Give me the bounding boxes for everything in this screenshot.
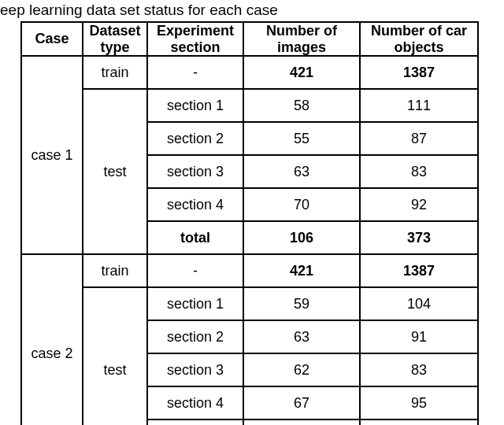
col-header-experiment: Experiment section [147,22,243,56]
table-row: test section 1 59 104 [21,287,478,320]
cell-num-images: 421 [243,254,360,287]
table-caption: eep learning data set status for each ca… [0,2,504,19]
cell-experiment-section: section 4 [147,188,243,221]
cell-num-objects: 111 [360,89,478,122]
cell-num-images: 67 [243,386,360,419]
table-row: case 1 train - 421 1387 [21,56,478,89]
table-row: case 2 train - 421 1387 [21,254,478,287]
cell-num-objects: 373 [360,419,478,425]
cell-num-objects: 87 [360,122,478,155]
col-header-dataset-type: Dataset type [83,22,147,56]
cell-experiment-section: section 4 [147,386,243,419]
cell-num-objects: 1387 [360,56,478,89]
cell-dataset-type: test [83,89,147,254]
col-header-num-images: Number of images [243,22,360,56]
cell-num-images: 106 [243,419,360,425]
cell-num-images: 106 [243,221,360,254]
cell-num-objects: 83 [360,353,478,386]
dataset-status-table: Case Dataset type Experiment section Num… [20,21,479,425]
cell-num-objects: 104 [360,287,478,320]
table-header-row: Case Dataset type Experiment section Num… [21,22,478,56]
cell-dataset-type: train [83,254,147,287]
cell-num-images: 63 [243,155,360,188]
cell-total-label: total [147,221,243,254]
cell-num-objects: 1387 [360,254,478,287]
cell-experiment-section: section 3 [147,155,243,188]
cell-experiment-section: section 3 [147,353,243,386]
cell-num-objects: 83 [360,155,478,188]
cell-case-label: case 2 [21,254,83,425]
cell-dataset-type: test [83,287,147,425]
cell-num-objects: 373 [360,221,478,254]
cell-experiment-section: section 1 [147,89,243,122]
cell-num-images: 58 [243,89,360,122]
cell-num-images: 70 [243,188,360,221]
col-header-num-objects: Number of car objects [360,22,478,56]
cell-experiment-section: section 1 [147,287,243,320]
cell-num-objects: 92 [360,188,478,221]
cell-num-images: 63 [243,320,360,353]
col-header-case: Case [21,22,83,56]
cell-dataset-type: train [83,56,147,89]
table-row: test section 1 58 111 [21,89,478,122]
cell-num-images: 62 [243,353,360,386]
cell-num-images: 59 [243,287,360,320]
cell-num-objects: 91 [360,320,478,353]
cell-experiment-section: section 2 [147,122,243,155]
cell-num-images: 55 [243,122,360,155]
cell-num-images: 421 [243,56,360,89]
cell-experiment-section: - [147,56,243,89]
cell-experiment-section: section 2 [147,320,243,353]
cell-total-label: total [147,419,243,425]
cell-num-objects: 95 [360,386,478,419]
cell-case-label: case 1 [21,56,83,254]
cell-experiment-section: - [147,254,243,287]
